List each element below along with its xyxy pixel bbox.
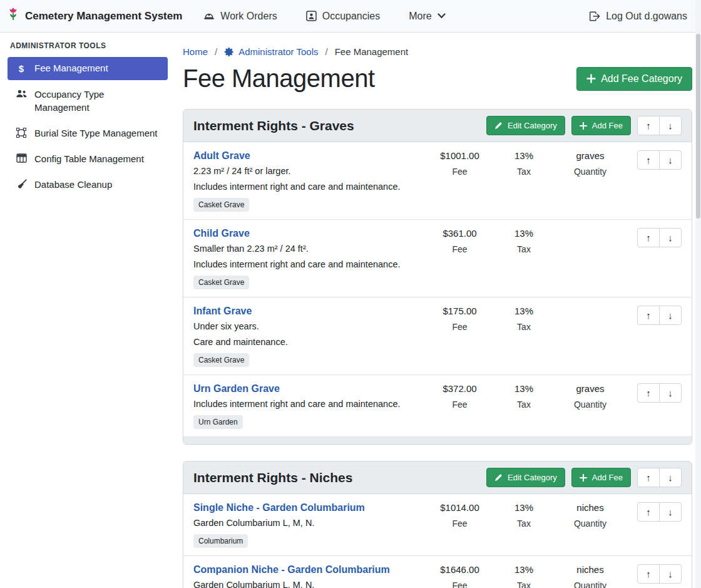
move-category-up-button[interactable]: ↑ (637, 468, 660, 487)
fee-tax-label: Tax (493, 580, 555, 588)
fee-amount-value: $372.00 (427, 383, 493, 394)
main-content: Home / Administrator Tools / Fee Managem… (175, 33, 701, 588)
sidebar-item-fee-management[interactable]: $ Fee Management (8, 57, 168, 80)
move-fee-down-button[interactable]: ↓ (659, 150, 682, 170)
move-category-down-button[interactable]: ↓ (659, 468, 682, 487)
fee-type-badge: Urn Garden (193, 415, 243, 429)
sidebar-item-database-cleanup[interactable]: Database Cleanup (8, 173, 168, 196)
top-navbar: Cemetery Management System Work Orders O… (0, 0, 701, 33)
breadcrumb-separator: / (215, 46, 217, 57)
move-fee-up-button[interactable]: ↑ (637, 306, 660, 325)
users-icon (15, 89, 28, 98)
nav-work-orders[interactable]: Work Orders (203, 11, 277, 22)
arrow-down-icon: ↓ (668, 120, 673, 131)
fee-quantity-value: niches (555, 564, 625, 575)
page-header: Fee Management Add Fee Category (183, 64, 692, 93)
breadcrumb-admin-tools-link[interactable]: Administrator Tools (224, 46, 318, 57)
fee-name-link[interactable]: Companion Niche - Garden Columbarium (193, 564, 390, 575)
add-fee-button[interactable]: Add Fee (571, 468, 631, 487)
fee-name-link[interactable]: Infant Grave (193, 306, 252, 317)
fee-descriptions: Under six years.Care and maintenance. (193, 321, 427, 347)
fee-amount-label: Fee (427, 322, 493, 332)
move-fee-up-button[interactable]: ↑ (637, 564, 660, 584)
move-fee-up-button[interactable]: ↑ (637, 228, 660, 247)
sidebar-item-config-table-management[interactable]: Config Table Management (8, 148, 168, 170)
move-category-down-button[interactable]: ↓ (659, 116, 682, 135)
fee-description: 2.23 m² / 24 ft² or larger. (193, 166, 427, 176)
arrow-up-icon: ↑ (646, 507, 651, 517)
fee-amount-value: $1001.00 (427, 150, 493, 161)
sidebar-item-occupancy-type-management[interactable]: Occupancy Type Management (8, 83, 168, 119)
fee-amount-col: $361.00 Fee (427, 228, 493, 254)
logout-link[interactable]: Log Out d.gowans (589, 11, 687, 22)
app-title: Cemetery Management System (25, 10, 182, 23)
fee-tax-label: Tax (493, 400, 555, 410)
logout-icon (589, 11, 600, 21)
add-fee-category-button[interactable]: Add Fee Category (576, 67, 692, 91)
sidebar-item-label: Burial Site Type Management (34, 127, 158, 140)
fee-tax-value: 13% (493, 502, 555, 513)
sidebar-item-label: Config Table Management (34, 153, 144, 165)
category-reorder-group: ↑ ↓ (637, 116, 682, 135)
broom-icon (15, 179, 28, 189)
fee-amount-value: $1646.00 (427, 564, 493, 575)
breadcrumb-home-link[interactable]: Home (183, 46, 208, 57)
fee-tax-col: 13% Tax (493, 306, 555, 332)
move-fee-down-button[interactable]: ↓ (659, 306, 682, 325)
fee-description: Includes interment right and care and ma… (193, 182, 427, 192)
move-fee-down-button[interactable]: ↓ (659, 564, 682, 584)
breadcrumb-admin-tools-label: Administrator Tools (238, 46, 318, 57)
scrollbar-thumb[interactable] (696, 34, 700, 219)
gear-icon (224, 47, 234, 57)
nav-occupancies[interactable]: Occupancies (306, 11, 381, 22)
fee-descriptions: Includes interment right and care and ma… (193, 399, 427, 409)
fee-category-card: Interment Rights - Niches Edit Category … (183, 461, 692, 588)
add-fee-button[interactable]: Add Fee (571, 116, 631, 135)
move-fee-up-button[interactable]: ↑ (637, 383, 660, 403)
add-fee-category-label: Add Fee Category (601, 73, 682, 85)
fee-quantity-col: graves Quantity (555, 383, 625, 410)
fee-name-link[interactable]: Single Niche - Garden Columbarium (193, 502, 365, 513)
arrow-up-icon: ↑ (646, 472, 651, 483)
move-fee-up-button[interactable]: ↑ (637, 150, 660, 170)
fee-description: Smaller than 2.23 m² / 24 ft². (193, 244, 427, 254)
pencil-icon (494, 473, 503, 482)
sidebar-item-burial-site-type-management[interactable]: Burial Site Type Management (8, 122, 168, 145)
fee-category-list: Interment Rights - Graves Edit Category … (183, 109, 692, 588)
fee-amount-label: Fee (427, 244, 493, 254)
fee-amount-label: Fee (427, 400, 493, 410)
fee-tax-label: Tax (493, 322, 555, 332)
move-fee-up-button[interactable]: ↑ (637, 502, 660, 522)
fee-row: Single Niche - Garden Columbarium Garden… (183, 494, 692, 555)
fee-main: Child Grave Smaller than 2.23 m² / 24 ft… (193, 228, 427, 289)
move-fee-down-button[interactable]: ↓ (659, 228, 682, 247)
fee-reorder-group: ↑ ↓ (637, 564, 682, 584)
fee-name-link[interactable]: Child Grave (193, 228, 250, 239)
fee-main: Infant Grave Under six years.Care and ma… (193, 306, 427, 367)
fee-type-badge: Casket Grave (193, 198, 249, 212)
plus-icon (580, 474, 587, 482)
fee-tax-col: 13% Tax (493, 564, 555, 588)
fee-row: Infant Grave Under six years.Care and ma… (183, 297, 692, 374)
person-frame-icon (306, 11, 317, 21)
scrollbar[interactable] (695, 0, 701, 588)
hard-hat-icon (203, 11, 215, 21)
fee-description: Under six years. (193, 321, 427, 331)
arrow-down-icon: ↓ (668, 507, 673, 517)
fee-amount-col: $1646.00 Fee (427, 564, 493, 588)
add-fee-label: Add Fee (592, 473, 623, 482)
fee-name-link[interactable]: Adult Grave (193, 150, 250, 162)
move-fee-down-button[interactable]: ↓ (659, 502, 682, 522)
nav-more[interactable]: More (409, 11, 445, 22)
arrow-up-icon: ↑ (646, 310, 651, 321)
edit-category-button[interactable]: Edit Category (486, 116, 565, 135)
app-brand[interactable]: Cemetery Management System (6, 8, 182, 24)
move-fee-down-button[interactable]: ↓ (659, 383, 682, 403)
fee-tax-col: 13% Tax (493, 228, 555, 254)
fee-quantity-label: Quantity (555, 580, 625, 588)
move-category-up-button[interactable]: ↑ (637, 116, 660, 135)
fee-name-link[interactable]: Urn Garden Grave (193, 383, 280, 395)
breadcrumb-separator: / (325, 46, 327, 57)
table-icon (15, 153, 28, 163)
edit-category-button[interactable]: Edit Category (486, 468, 565, 487)
